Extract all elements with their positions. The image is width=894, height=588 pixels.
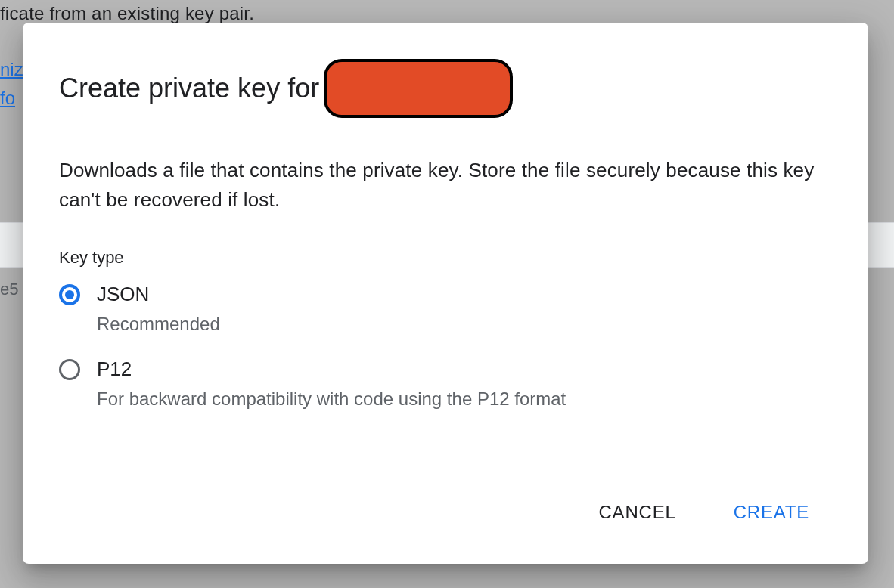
radio-option-json[interactable]: JSON Recommended <box>59 283 832 335</box>
radio-content-p12: P12 For backward compatibility with code… <box>97 357 566 410</box>
modal-title-text: Create private key for <box>59 73 319 104</box>
key-type-label: Key type <box>59 248 832 268</box>
create-button[interactable]: CREATE <box>720 494 823 531</box>
create-private-key-modal: Create private key for Downloads a file … <box>23 23 868 564</box>
modal-description: Downloads a file that contains the priva… <box>59 156 832 215</box>
radio-option-p12[interactable]: P12 For backward compatibility with code… <box>59 357 832 410</box>
radio-content-json: JSON Recommended <box>97 283 220 335</box>
radio-button-json[interactable] <box>59 284 80 305</box>
background-link-fragment-2: fo <box>0 88 15 109</box>
radio-title-json: JSON <box>97 283 220 306</box>
cancel-button[interactable]: CANCEL <box>585 494 689 531</box>
background-link-fragment-1: niz <box>0 59 23 80</box>
radio-subtitle-p12: For backward compatibility with code usi… <box>97 388 566 410</box>
modal-title: Create private key for <box>59 59 832 118</box>
radio-button-p12[interactable] <box>59 359 80 380</box>
radio-subtitle-json: Recommended <box>97 314 220 335</box>
redacted-service-account-name <box>324 59 513 118</box>
background-cell-fragment: e5 <box>0 280 18 299</box>
radio-title-p12: P12 <box>97 357 566 381</box>
background-text-fragment: ficate from an existing key pair. <box>0 3 254 24</box>
modal-actions: CANCEL CREATE <box>59 494 832 546</box>
